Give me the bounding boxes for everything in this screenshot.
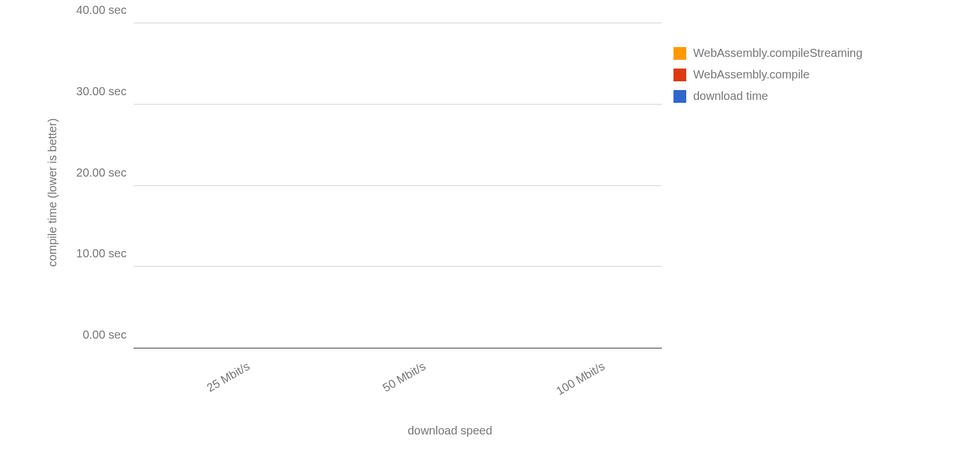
y-tick-label: 30.00 sec bbox=[76, 84, 127, 98]
legend-label: download time bbox=[693, 89, 768, 103]
x-axis-label: download speed bbox=[408, 424, 492, 437]
x-tick-label: 25 Mbit/s bbox=[204, 360, 252, 394]
y-axis-label: compile time (lower is better) bbox=[46, 119, 59, 267]
x-tick-label: 100 Mbit/s bbox=[554, 360, 607, 398]
legend-swatch-icon bbox=[673, 47, 686, 60]
legend-swatch-icon bbox=[673, 90, 686, 103]
legend-label: WebAssembly.compile bbox=[693, 68, 809, 81]
chart-container: compile time (lower is better) 0.00 sec … bbox=[58, 12, 842, 418]
legend-item: download time bbox=[673, 89, 863, 103]
legend-item: WebAssembly.compile bbox=[673, 68, 863, 81]
y-tick-label: 40.00 sec bbox=[76, 3, 127, 17]
y-tick-label: 20.00 sec bbox=[76, 166, 127, 179]
x-tick-label: 50 Mbit/s bbox=[380, 360, 428, 394]
bar-groups: 25 Mbit/s 50 Mbit/s bbox=[134, 23, 662, 348]
legend-swatch-icon bbox=[673, 69, 686, 81]
legend: WebAssembly.compileStreaming WebAssembly… bbox=[673, 46, 863, 103]
legend-label: WebAssembly.compileStreaming bbox=[693, 46, 863, 60]
legend-item: WebAssembly.compileStreaming bbox=[673, 46, 863, 60]
plot-area: 0.00 sec 10.00 sec 20.00 sec 30.00 sec 4… bbox=[134, 23, 662, 349]
y-tick-label: 0.00 sec bbox=[82, 328, 127, 342]
y-tick-label: 10.00 sec bbox=[76, 247, 127, 260]
